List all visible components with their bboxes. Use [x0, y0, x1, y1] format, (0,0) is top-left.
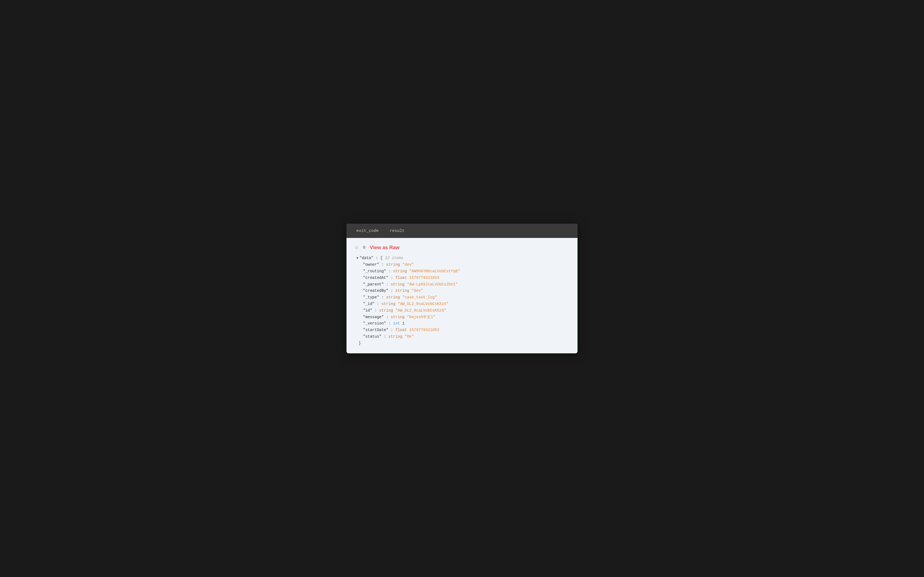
field-colon-2: : — [388, 275, 395, 281]
field-value-5: "case_task_log" — [402, 294, 437, 301]
field-value-7: "AW_SL2_9caLVobCsKXzS" — [396, 308, 446, 314]
json-field-9: "_version" : int 1 — [363, 321, 570, 327]
field-colon-1: : — [386, 268, 393, 275]
field-key-0: "owner" — [363, 261, 379, 268]
field-type-11: string — [388, 334, 404, 340]
field-key-7: "id" — [363, 308, 372, 314]
field-value-2: 1579779321853 — [409, 275, 439, 281]
field-type-0: string — [386, 261, 402, 268]
field-key-10: "startDate" — [363, 327, 388, 334]
field-type-6: string — [381, 301, 397, 308]
json-field-0: "owner" : string "dev" — [363, 261, 570, 268]
field-colon-5: : — [379, 294, 386, 301]
json-field-7: "id" : string "AW_SL2_9caLVobCsKXzS" — [363, 308, 570, 314]
json-field-1: "_routing" : string "AW9hGYN6caLVobCstYq… — [363, 268, 570, 275]
field-colon-0: : — [379, 261, 386, 268]
field-colon-11: : — [381, 334, 388, 340]
field-value-3: "AW-Lp69JcaLVobCs2bV1" — [407, 281, 458, 288]
field-value-10: 1579779321853 — [409, 327, 439, 334]
view-raw-link[interactable]: View as Raw — [370, 245, 400, 251]
json-field-4: "createdBy" : string "dev" — [363, 288, 570, 294]
items-count: 12 items — [383, 255, 404, 261]
field-value-4: "dev" — [411, 288, 423, 294]
field-value-6: "AW_SL2_9caLVobCsKXzS" — [397, 301, 449, 308]
collapse-icon[interactable]: ▼ — [356, 256, 358, 261]
tab-result[interactable]: result — [385, 225, 409, 237]
field-value-9: 1 — [402, 321, 404, 327]
field-colon-9: : — [386, 321, 393, 327]
json-field-8: "message" : string "Rajesh中文1" — [363, 314, 570, 321]
field-colon-6: : — [375, 301, 381, 308]
field-type-3: string — [391, 281, 407, 288]
json-root-line: ▼ "data" : { 12 items — [356, 255, 570, 261]
field-key-1: "_routing" — [363, 268, 386, 275]
field-key-9: "_version" — [363, 321, 386, 327]
field-type-8: string — [391, 314, 407, 321]
star-icon[interactable]: ☆ — [354, 245, 359, 251]
field-type-7: string — [379, 308, 396, 314]
field-colon-8: : — [384, 314, 391, 321]
field-type-5: string — [386, 294, 402, 301]
json-field-3: "_parent" : string "AW-Lp69JcaLVobCs2bV1… — [363, 281, 570, 288]
json-close: } — [356, 340, 570, 347]
json-field-11: "status" : string "Ok" — [363, 334, 570, 340]
json-field-6: "_id" : string "AW_SL2_9caLVobCsKXzS" — [363, 301, 570, 308]
field-type-1: string — [393, 268, 409, 275]
field-colon-7: : — [372, 308, 379, 314]
field-key-11: "status" — [363, 334, 381, 340]
field-key-5: "_type" — [363, 294, 379, 301]
json-fields: "owner" : string "dev""_routing" : strin… — [356, 261, 570, 340]
field-value-0: "dev" — [402, 261, 414, 268]
close-brace: } — [359, 340, 361, 347]
field-type-2: float — [396, 275, 409, 281]
json-field-2: "createdAt" : float 1579779321853 — [363, 275, 570, 281]
field-value-8: "Rajesh中文1" — [407, 314, 436, 321]
field-key-4: "createdBy" — [363, 288, 388, 294]
tab-bar: exit_code result — [347, 224, 577, 238]
field-value-1: "AW9hGYN6caLVobCstYq8" — [409, 268, 460, 275]
field-value-11: "Ok" — [404, 334, 414, 340]
field-key-2: "createdAt" — [363, 275, 388, 281]
field-type-4: string — [396, 288, 412, 294]
json-viewer: ▼ "data" : { 12 items "owner" : string "… — [354, 255, 570, 347]
field-type-9: int — [393, 321, 402, 327]
field-colon-10: : — [388, 327, 395, 334]
root-key: "data" — [359, 255, 373, 261]
root-open-brace: { — [380, 255, 383, 261]
exit-code-value: 0 — [363, 245, 365, 250]
field-key-3: "_parent" — [363, 281, 384, 288]
tab-exit-code[interactable]: exit_code — [352, 225, 383, 237]
root-colon: : — [373, 255, 380, 261]
field-key-8: "message" — [363, 314, 384, 321]
field-colon-4: : — [388, 288, 395, 294]
json-field-10: "startDate" : float 1579779321853 — [363, 327, 570, 334]
content-area: ☆ 0 View as Raw ▼ "data" : { 12 items "o… — [347, 238, 577, 353]
main-window: exit_code result ☆ 0 View as Raw ▼ "data… — [347, 224, 577, 353]
field-key-6: "_id" — [363, 301, 375, 308]
field-colon-3: : — [384, 281, 391, 288]
field-type-10: float — [396, 327, 409, 334]
json-field-5: "_type" : string "case_task_log" — [363, 294, 570, 301]
view-raw-row: ☆ 0 View as Raw — [354, 245, 570, 251]
